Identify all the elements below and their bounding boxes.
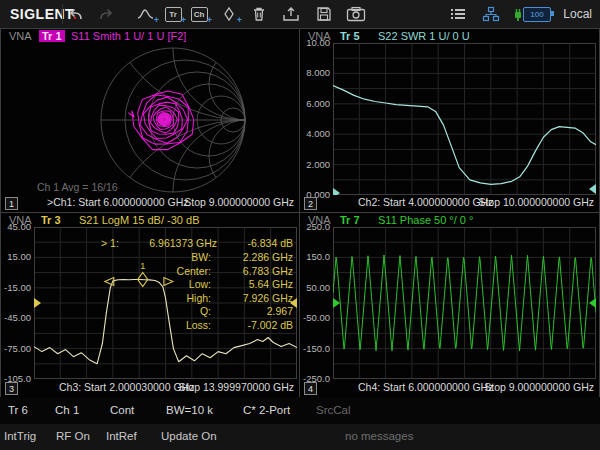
reference-indicator: IntRef: [106, 430, 137, 442]
update-indicator: Update On: [161, 430, 217, 442]
y-tick: 4.000: [301, 128, 330, 139]
smith-chart-plot[interactable]: [1, 43, 299, 197]
screenshot-icon[interactable]: [346, 5, 366, 23]
marker-readout: > 1: 6.961373 GHz -6.834 dB BW:2.286 GHz…: [101, 237, 293, 332]
menu-icon[interactable]: [448, 5, 468, 23]
save-icon[interactable]: [314, 5, 334, 23]
low-label: Low:: [101, 278, 217, 292]
sweep-mode-indicator: Cont: [110, 404, 134, 416]
channel4-window[interactable]: VNA Tr 7 S11 Phase 50 °/ 0 ° 250.0 150.0…: [299, 212, 600, 398]
add-marker-icon[interactable]: +: [219, 5, 239, 23]
status-bar: Tr 6 Ch 1 Cont BW=10 k C* 2-Port SrcCal: [0, 397, 600, 424]
low-value: 5.64 GHz: [217, 278, 293, 292]
y-tick: 50.00: [301, 282, 330, 293]
y-tick: 6.000: [301, 98, 330, 109]
message-area: no messages: [345, 430, 413, 442]
high-value: 7.926 GHz: [217, 292, 293, 306]
q1-header: VNA Tr 1 S11 Smith 1 U/ 1 U [F2]: [1, 29, 299, 43]
phase-plot[interactable]: [333, 227, 596, 379]
ifbw-indicator: BW=10 k: [166, 404, 213, 416]
ch3-stop-label: Stop 13.999970000 GHz: [178, 381, 294, 393]
y-tick: -75.00: [2, 343, 31, 354]
active-trace-indicator: Tr 6: [8, 404, 28, 416]
trace1-button[interactable]: Tr 1: [39, 30, 65, 42]
trash-icon[interactable]: [249, 5, 269, 23]
lan-icon[interactable]: [481, 5, 501, 23]
q-value: 2.967: [217, 305, 293, 319]
local-mode-label[interactable]: Local: [563, 7, 592, 21]
ch2-stop-label: Stop 10.000000000 GHz: [478, 196, 594, 208]
undo-icon[interactable]: [66, 5, 86, 23]
y-tick: -45.00: [2, 312, 31, 323]
q3-header: VNA Tr 3 S21 LogM 15 dB/ -30 dB: [1, 213, 299, 227]
center-label: Center:: [101, 265, 217, 279]
high-label: High:: [101, 292, 217, 306]
toolbar-separator: [62, 4, 63, 24]
toolbar: SIGLENT. + Tr + Ch + + 100 Local: [0, 0, 600, 29]
y-tick: -150.0: [301, 343, 330, 354]
window-number-badge[interactable]: 4: [304, 382, 317, 395]
y-tick: -50.00: [301, 312, 330, 323]
q-label: Q:: [101, 305, 217, 319]
trigger-indicator: IntTrig: [4, 430, 36, 442]
y-tick: 150.0: [301, 251, 330, 262]
cal-status-indicator: C* 2-Port: [243, 404, 290, 416]
trace3-format-label: S21 LogM 15 dB/ -30 dB: [79, 214, 199, 226]
marker-frequency: 6.961373 GHz: [119, 237, 217, 251]
window-number-badge[interactable]: 1: [5, 197, 18, 210]
y-tick: 8.000: [301, 67, 330, 78]
y-tick: 15.00: [2, 251, 31, 262]
channel1-window[interactable]: VNA Tr 1 S11 Smith 1 U/ 1 U [F2] Ch 1 Av…: [0, 28, 300, 213]
ch1-start-label: >Ch1: Start 6.000000000 GHz: [47, 196, 189, 208]
ch3-start-label: Ch3: Start 2.000030000 GHz: [59, 381, 194, 393]
loss-label: Loss:: [101, 319, 217, 333]
trace5-format-label: S22 SWR 1 U/ 0 U: [378, 30, 470, 42]
bw-value: 2.286 GHz: [217, 251, 293, 265]
add-trace-window-icon[interactable]: Tr +: [163, 5, 183, 23]
trace3-button[interactable]: Tr 3: [41, 214, 61, 226]
q4-header: VNA Tr 7 S11 Phase 50 °/ 0 °: [300, 213, 599, 227]
trace1-format-label: S11 Smith 1 U/ 1 U [F2]: [71, 30, 186, 42]
marker-value: -6.834 dB: [217, 237, 293, 251]
q4-footer: 4 Ch4: Start 6.000000000 GHz Stop 9.0000…: [300, 380, 599, 397]
center-value: 6.783 GHz: [217, 265, 293, 279]
trace7-button[interactable]: Tr 7: [340, 214, 360, 226]
recall-icon[interactable]: [281, 5, 301, 23]
trace5-button[interactable]: Tr 5: [340, 30, 360, 42]
plus-badge: +: [154, 16, 159, 25]
q3-footer: 3 Ch3: Start 2.000030000 GHz Stop 13.999…: [1, 380, 299, 397]
battery-icon: 100: [523, 7, 551, 22]
rf-indicator: RF On: [56, 430, 90, 442]
ch2-start-label: Ch2: Start 4.000000000 GHz: [358, 196, 493, 208]
add-channel-icon[interactable]: Ch +: [189, 5, 209, 23]
redo-icon[interactable]: [96, 5, 116, 23]
window-number-badge[interactable]: 2: [304, 197, 317, 210]
loss-value: -7.002 dB: [217, 319, 293, 333]
plus-badge: +: [181, 16, 186, 25]
ch4-start-label: Ch4: Start 6.000000000 GHz: [358, 381, 493, 393]
ch1-stop-label: Stop 9.000000000 GHz: [184, 196, 294, 208]
y-tick: -15.00: [2, 282, 31, 293]
bottom-bar: IntTrig RF On IntRef Update On no messag…: [0, 424, 600, 450]
channel3-window[interactable]: VNA Tr 3 S21 LogM 15 dB/ -30 dB 45.00 15…: [0, 212, 300, 398]
channel2-window[interactable]: VNA Tr 5 S22 SWR 1 U/ 0 U 10.00 8.000 6.…: [299, 28, 600, 213]
y-tick: 2.000: [301, 159, 330, 170]
srccal-indicator: SrcCal: [316, 404, 351, 416]
y-tick: 10.00: [301, 37, 330, 48]
q1-footer: 1 >Ch1: Start 6.000000000 GHz Stop 9.000…: [1, 195, 299, 212]
ch4-stop-label: Stop 9.000000000 GHz: [484, 381, 594, 393]
plus-badge: +: [237, 16, 242, 25]
add-trace-icon[interactable]: +: [136, 5, 156, 23]
y-tick: 250.0: [301, 221, 330, 232]
marker-label: > 1:: [101, 237, 119, 251]
active-channel-indicator: Ch 1: [55, 404, 79, 416]
average-counter: Ch 1 Avg = 16/16: [37, 181, 118, 193]
y-tick: 45.00: [2, 221, 31, 232]
bw-label: BW:: [101, 251, 217, 265]
trace7-format-label: S11 Phase 50 °/ 0 °: [378, 214, 473, 226]
q2-header: VNA Tr 5 S22 SWR 1 U/ 0 U: [300, 29, 599, 43]
swr-plot[interactable]: [333, 43, 596, 195]
plus-badge: +: [207, 16, 212, 25]
window-number-badge[interactable]: 3: [5, 382, 18, 395]
vna-label: VNA: [9, 30, 32, 42]
